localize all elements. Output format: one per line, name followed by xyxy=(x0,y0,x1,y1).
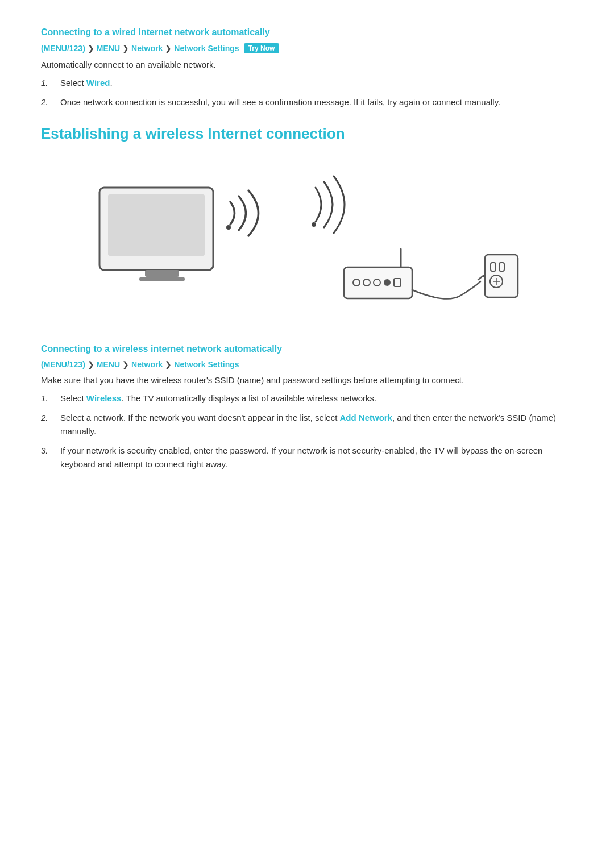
wireless-step-3: 3. If your network is security enabled, … xyxy=(41,444,573,471)
w-breadcrumb-network: Network xyxy=(131,360,163,369)
step2-num: 2. xyxy=(41,95,52,109)
wireless-section: Establishing a wireless Internet connect… xyxy=(41,125,573,471)
try-now-badge[interactable]: Try Now xyxy=(244,43,280,53)
ws-step2-highlight: Add Network xyxy=(339,413,392,422)
w-breadcrumb-arrow3: ❯ xyxy=(165,360,172,369)
svg-rect-6 xyxy=(344,267,412,298)
ws-step1-highlight: Wireless xyxy=(86,393,122,403)
wireless-intro: Make sure that you have the wireless rou… xyxy=(41,373,573,387)
wireless-step-1: 1. Select Wireless. The TV automatically… xyxy=(41,392,573,405)
breadcrumb-wireless: (MENU/123) ❯ MENU ❯ Network ❯ Network Se… xyxy=(41,360,573,369)
breadcrumb-wired: (MENU/123) ❯ MENU ❯ Network ❯ Network Se… xyxy=(41,43,573,53)
wireless-steps-list: 1. Select Wireless. The TV automatically… xyxy=(41,392,573,471)
ws-step2-text: Select a network. If the network you wan… xyxy=(60,411,573,438)
wired-step-1: 1. Select Wired. xyxy=(41,76,573,90)
step1-highlight: Wired xyxy=(86,78,110,88)
breadcrumb-arrow3: ❯ xyxy=(165,44,172,53)
step1-num: 1. xyxy=(41,76,52,90)
wired-steps-list: 1. Select Wired. 2. Once network connect… xyxy=(41,76,573,109)
ws-step3-num: 3. xyxy=(41,444,52,458)
wireless-section-title: Establishing a wireless Internet connect… xyxy=(41,125,573,143)
w-breadcrumb-arrow2: ❯ xyxy=(122,360,129,369)
ws-step2-num: 2. xyxy=(41,411,52,425)
w-breadcrumb-menu123: (MENU/123) xyxy=(41,360,85,369)
svg-rect-1 xyxy=(108,194,205,256)
wired-section-title: Connecting to a wired Internet network a… xyxy=(41,27,573,38)
breadcrumb-menu123: (MENU/123) xyxy=(41,44,85,53)
breadcrumb-network: Network xyxy=(131,44,163,53)
wireless-auto-section: Connecting to a wireless internet networ… xyxy=(41,344,573,471)
w-breadcrumb-arrow1: ❯ xyxy=(88,360,94,369)
wired-section: Connecting to a wired Internet network a… xyxy=(41,27,573,109)
svg-point-5 xyxy=(312,222,316,227)
breadcrumb-network-settings: Network Settings xyxy=(174,44,239,53)
wireless-step-2: 2. Select a network. If the network you … xyxy=(41,411,573,438)
ws-step3-text: If your network is security enabled, ent… xyxy=(60,444,573,471)
svg-point-11 xyxy=(384,279,391,286)
wired-step-2: 2. Once network connection is successful… xyxy=(41,95,573,109)
ws-step1-num: 1. xyxy=(41,392,52,405)
svg-rect-2 xyxy=(145,270,179,277)
step1-text: Select Wired. xyxy=(60,76,113,90)
breadcrumb-arrow2: ❯ xyxy=(122,44,129,53)
wireless-diagram-svg xyxy=(65,159,549,330)
w-breadcrumb-network-settings: Network Settings xyxy=(174,360,239,369)
svg-rect-3 xyxy=(139,277,185,281)
breadcrumb-menu: MENU xyxy=(97,44,120,53)
wireless-diagram xyxy=(41,156,573,338)
breadcrumb-arrow1: ❯ xyxy=(88,44,94,53)
wireless-auto-title: Connecting to a wireless internet networ… xyxy=(41,344,573,354)
svg-point-4 xyxy=(226,225,231,230)
step2-text: Once network connection is successful, y… xyxy=(60,95,500,109)
w-breadcrumb-menu: MENU xyxy=(97,360,120,369)
wired-intro: Automatically connect to an available ne… xyxy=(41,58,573,72)
svg-rect-13 xyxy=(485,255,518,297)
ws-step1-text: Select Wireless. The TV automatically di… xyxy=(60,392,376,405)
